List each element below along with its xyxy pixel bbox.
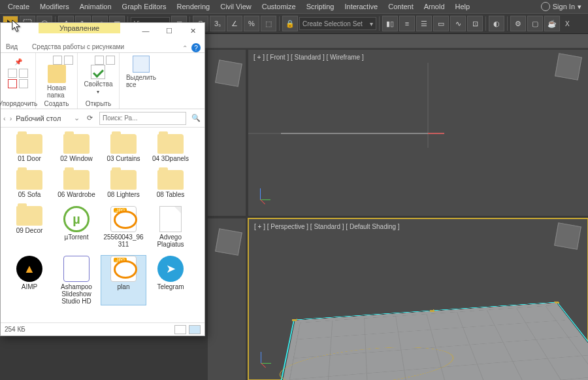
sign-in-button[interactable]: Sign In ▾ bbox=[541, 2, 588, 11]
file-item[interactable]: 06 Wardrobe bbox=[54, 170, 99, 198]
rename-icon[interactable] bbox=[19, 79, 28, 88]
ribbon-group-open: Открыть bbox=[86, 99, 111, 109]
properties-button[interactable]: Свойства▾ bbox=[84, 65, 113, 95]
file-item[interactable]: 09 Decor bbox=[7, 206, 52, 248]
viewcube-icon[interactable] bbox=[215, 60, 242, 87]
explorer-context-tab[interactable]: Управление bbox=[39, 23, 120, 33]
file-name: 03 Curtains bbox=[106, 155, 140, 162]
cut-icon[interactable] bbox=[8, 79, 17, 88]
new-item-icon[interactable] bbox=[53, 56, 62, 65]
search-icon[interactable]: 🔍 bbox=[190, 114, 202, 122]
file-item[interactable]: 04 3Dpanels bbox=[148, 134, 193, 162]
file-item[interactable]: µTorrent bbox=[54, 206, 99, 248]
viewport-perspective[interactable]: [ + ] [ Perspective ] [ Standard ] [ Def… bbox=[248, 218, 588, 380]
open-with-icon[interactable] bbox=[95, 56, 104, 65]
file-item[interactable]: 02 Window bbox=[54, 134, 99, 162]
close-button[interactable]: ✕ bbox=[181, 23, 204, 39]
back-button[interactable]: ‹ bbox=[3, 114, 6, 122]
file-item[interactable]: 08 Tables bbox=[148, 170, 193, 198]
viewcube-icon[interactable] bbox=[215, 228, 242, 256]
rotate-gizmo-icon[interactable] bbox=[274, 341, 466, 380]
angle-snap-button[interactable]: ∠ bbox=[227, 16, 242, 31]
ribbon-expand-icon[interactable]: ⌃ bbox=[182, 44, 188, 52]
layer-explorer-button[interactable]: ☰ bbox=[416, 16, 432, 31]
file-item[interactable]: AIMP bbox=[7, 256, 52, 305]
corner-handle[interactable] bbox=[292, 319, 297, 321]
viewcube-icon[interactable] bbox=[555, 53, 582, 80]
explorer-titlebar[interactable]: Управление — ☐ ✕ bbox=[1, 23, 204, 39]
edit-icon[interactable] bbox=[106, 56, 115, 65]
menu-graph-editors[interactable]: Graph Editors bbox=[117, 3, 172, 10]
menu-modifiers[interactable]: Modifiers bbox=[35, 3, 74, 10]
file-item[interactable]: 03 Curtains bbox=[101, 134, 146, 162]
chevron-down-icon: ▾ bbox=[578, 3, 581, 11]
curve-editor-button[interactable]: ∿ bbox=[450, 16, 466, 31]
align-button[interactable]: ≡ bbox=[399, 16, 415, 31]
copy-icon[interactable] bbox=[8, 69, 17, 78]
file-item[interactable]: Telegram bbox=[148, 256, 193, 305]
viewport-perspective-label[interactable]: [ + ] [ Perspective ] [ Standard ] [ Def… bbox=[254, 223, 400, 230]
search-input[interactable] bbox=[99, 112, 186, 125]
easy-access-icon[interactable] bbox=[64, 56, 73, 65]
menu-rendering[interactable]: Rendering bbox=[171, 3, 215, 10]
tab-picture-tools[interactable]: Средства работы с рисунками bbox=[28, 41, 128, 52]
file-item[interactable]: 25560043_96311 bbox=[101, 206, 146, 248]
toggle-ribbon-button[interactable]: ▭ bbox=[433, 16, 449, 31]
menu-civil-view[interactable]: Civil View bbox=[215, 3, 256, 10]
file-item[interactable]: Ashampoo Slideshow Studio HD bbox=[54, 256, 99, 305]
new-folder-button[interactable]: Новая папка bbox=[47, 65, 66, 99]
file-name: 09 Decor bbox=[16, 227, 43, 234]
jpg-file-icon bbox=[110, 256, 137, 282]
file-item[interactable]: 01 Door bbox=[7, 134, 52, 162]
menu-customize[interactable]: Customize bbox=[257, 3, 301, 10]
menu-arnold[interactable]: Arnold bbox=[419, 3, 450, 10]
viewport-front[interactable]: [ + ] [ Front ] [ Standard ] [ Wireframe… bbox=[248, 50, 588, 216]
spinner-snap-button[interactable]: ⬚ bbox=[261, 16, 276, 31]
select-all-button[interactable]: Выделить все bbox=[126, 56, 156, 88]
menu-animation[interactable]: Animation bbox=[74, 3, 117, 10]
menu-create[interactable]: Create bbox=[3, 3, 35, 10]
file-item[interactable]: 05 Sofa bbox=[7, 170, 52, 198]
pin-icon[interactable]: 📌 bbox=[12, 56, 24, 67]
file-name: Telegram bbox=[157, 283, 184, 290]
corner-handle[interactable] bbox=[554, 302, 560, 303]
folder-icon bbox=[157, 170, 184, 190]
details-view-button[interactable] bbox=[174, 325, 186, 334]
menu-interactive[interactable]: Interactive bbox=[339, 3, 383, 10]
breadcrumb-desktop[interactable]: Рабочий стол bbox=[16, 114, 61, 122]
breadcrumb-expand-icon[interactable]: ⌄ bbox=[74, 114, 80, 122]
material-editor-button[interactable]: ◐ bbox=[489, 16, 504, 31]
file-name: 25560043_96311 bbox=[102, 233, 145, 248]
schematic-view-button[interactable]: ⊡ bbox=[467, 16, 483, 31]
menu-help[interactable]: Help bbox=[450, 3, 476, 10]
maximize-button[interactable]: ☐ bbox=[157, 23, 181, 39]
breadcrumb-root[interactable]: › bbox=[10, 114, 12, 122]
render-frame-button[interactable]: ▢ bbox=[527, 16, 543, 31]
viewport-top-left[interactable] bbox=[208, 50, 246, 216]
render-button[interactable]: ☕ bbox=[544, 16, 560, 31]
viewport-area: [ + ] [ Front ] [ Standard ] [ Wireframe… bbox=[208, 50, 588, 380]
file-item[interactable]: Advego Plagiatus bbox=[148, 206, 193, 248]
render-setup-button[interactable]: ⚙ bbox=[510, 16, 526, 31]
file-item[interactable]: plan bbox=[101, 256, 146, 305]
file-name: AIMP bbox=[22, 283, 37, 290]
file-explorer-window: Управление — ☐ ✕ Вид Средства работы с р… bbox=[0, 22, 205, 336]
edge-handle[interactable] bbox=[430, 309, 435, 312]
text-file-icon bbox=[159, 206, 182, 232]
file-item[interactable]: 08 Lighters bbox=[101, 170, 146, 198]
menu-scripting[interactable]: Scripting bbox=[301, 3, 340, 10]
paste-icon[interactable] bbox=[19, 69, 28, 78]
snap-toggle-3-button[interactable]: 3ₛ bbox=[210, 16, 225, 31]
mirror-button[interactable]: ▮▯ bbox=[382, 16, 398, 31]
named-sel-lock-button[interactable]: 🔒 bbox=[282, 16, 298, 31]
tab-view[interactable]: Вид bbox=[2, 41, 22, 52]
viewport-bottom-left[interactable] bbox=[208, 218, 246, 380]
percent-snap-button[interactable]: % bbox=[244, 16, 259, 31]
refresh-button[interactable]: ⟳ bbox=[84, 112, 95, 124]
minimize-button[interactable]: — bbox=[134, 23, 157, 39]
help-icon[interactable]: ? bbox=[191, 43, 201, 52]
selection-set-dropdown[interactable]: Create Selection Set▾ bbox=[299, 17, 376, 30]
floorplan-plane[interactable] bbox=[267, 302, 588, 380]
menu-content[interactable]: Content bbox=[383, 3, 419, 10]
icons-view-button[interactable] bbox=[189, 325, 201, 334]
